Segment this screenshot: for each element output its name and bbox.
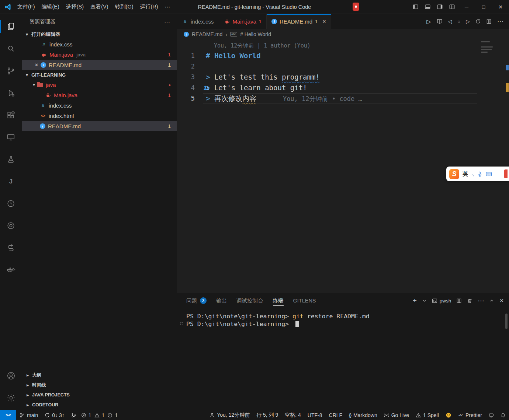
activity-extensions-icon[interactable] <box>0 104 22 126</box>
status-cursor-position[interactable]: 行 5, 列 9 <box>253 410 281 420</box>
split-terminal-icon[interactable] <box>456 298 462 304</box>
terminal-instance-pwsh[interactable]: pwsh <box>432 298 451 304</box>
code-content[interactable]: > Let's learn about git! <box>203 83 509 93</box>
open-editor-item[interactable]: #index.css <box>22 39 177 49</box>
panel-tab-GITLENS[interactable]: GITLENS <box>293 293 316 308</box>
ime-punctuation-icon[interactable]: ·, <box>471 171 474 177</box>
tab-Main.java[interactable]: Main.java1 <box>219 14 267 29</box>
sidebar-section-3[interactable]: ▸CODETOUR <box>22 400 177 410</box>
split-editor-icon[interactable] <box>486 19 492 24</box>
activity-gitlens-icon[interactable] <box>0 192 22 214</box>
maximize-button[interactable]: □ <box>475 0 492 14</box>
tree-file-index.html[interactable]: <>index.html <box>22 111 177 121</box>
activity-live-server-icon[interactable] <box>0 214 22 237</box>
menu-item-0[interactable]: 文件(F) <box>14 2 38 12</box>
activity-jupyter-icon[interactable]: J <box>0 170 22 192</box>
code-content[interactable]: # Hello World <box>203 50 509 61</box>
new-terminal-icon[interactable]: + <box>413 297 417 305</box>
status-spell[interactable]: 1 Spell <box>412 410 442 420</box>
activity-remote-explorer-icon[interactable] <box>0 126 22 148</box>
code-content[interactable] <box>203 61 509 72</box>
maximize-panel-icon[interactable] <box>489 298 494 303</box>
terminal[interactable]: PS D:\git\note\git-learning> git restore… <box>177 308 509 410</box>
close-icon[interactable]: ✕ <box>32 62 41 68</box>
status-git-graph[interactable] <box>68 410 80 420</box>
status-gold-badge[interactable] <box>442 410 455 420</box>
open-changes-icon[interactable]: ○ <box>457 19 460 24</box>
menu-overflow-icon[interactable]: ⋯ <box>162 3 174 11</box>
panel-tab-输出[interactable]: 输出 <box>216 293 227 308</box>
status-language-mode[interactable]: {}Markdown <box>346 410 381 420</box>
code-content[interactable]: > Let's test this programm! <box>203 72 509 83</box>
status-screen-cast[interactable] <box>485 410 497 420</box>
tree-folder-java[interactable]: ▾java● <box>22 80 177 90</box>
terminal-scrollbar[interactable] <box>505 314 508 329</box>
status-eol[interactable]: CRLF <box>326 410 346 420</box>
terminal-line[interactable]: PS D:\git\note\git-learning> <box>186 320 509 328</box>
command-decoration-icon[interactable] <box>180 322 183 325</box>
tab-README.md[interactable]: iREADME.md1✕ <box>267 14 331 29</box>
sidebar-section-2[interactable]: ▸JAVA PROJECTS <box>22 390 177 400</box>
tree-file-README.md[interactable]: iREADME.md1 <box>22 121 177 131</box>
status-blame[interactable]: You, 12分钟前 <box>206 410 253 420</box>
run-icon[interactable]: ▷ <box>426 18 431 25</box>
status-warnings[interactable]: 1 <box>93 410 106 420</box>
prev-change-icon[interactable]: ◁ <box>448 18 452 24</box>
activity-search-icon[interactable] <box>0 38 22 60</box>
ime-language-toggle[interactable]: 英 <box>463 171 468 178</box>
status-go-live[interactable]: Go Live <box>381 410 412 420</box>
panel-tab-终端[interactable]: 终端 <box>273 293 284 308</box>
menu-item-4[interactable]: 转到(G) <box>112 2 137 12</box>
microphone-icon[interactable] <box>477 171 482 177</box>
menu-item-2[interactable]: 选择(S) <box>63 2 87 12</box>
panel-more-actions-icon[interactable]: ⋯ <box>478 297 484 305</box>
more-actions-icon[interactable]: ⋯ <box>497 18 503 25</box>
ime-toolbox-icon[interactable] <box>504 169 508 178</box>
status-branch[interactable]: main <box>16 410 41 420</box>
menu-item-5[interactable]: 运行(R) <box>136 2 161 12</box>
activity-settings-icon[interactable] <box>0 387 22 409</box>
keyboard-icon[interactable] <box>486 171 492 177</box>
menu-item-1[interactable]: 编辑(E) <box>38 2 63 12</box>
code-content[interactable]: > 再次修改内容You, 12分钟前 • code … <box>203 93 477 104</box>
sync-status-icon[interactable] <box>475 19 481 24</box>
sidebar-more-actions-icon[interactable]: ⋯ <box>164 18 170 25</box>
terminal-profile-dropdown-icon[interactable] <box>422 298 427 303</box>
sidebar-section-1[interactable]: ▸时间线 <box>22 380 177 390</box>
panel-tab-调试控制台[interactable]: 调试控制台 <box>236 293 263 308</box>
status-notifications[interactable] <box>497 410 509 420</box>
breadcrumb-symbol[interactable]: # Hello World <box>240 31 271 37</box>
open-editors-header[interactable]: ▾ 打开的编辑器 <box>22 29 177 39</box>
activity-source-control-icon[interactable] <box>0 60 22 82</box>
minimize-button[interactable]: ─ <box>458 0 475 14</box>
customize-layout-icon[interactable] <box>446 0 458 14</box>
toggle-panel-icon[interactable] <box>422 0 434 14</box>
status-errors[interactable]: 1 <box>80 410 93 420</box>
open-editor-item[interactable]: ✕iREADME.md1 <box>22 60 177 70</box>
panel-tab-问题[interactable]: 问题3 <box>186 293 207 308</box>
kill-terminal-icon[interactable] <box>467 298 472 304</box>
breadcrumb-file[interactable]: README.md <box>192 31 222 37</box>
remote-indicator[interactable]: >< <box>0 410 16 420</box>
workspace-root-header[interactable]: ▾ GIT-LEARNING <box>22 70 177 80</box>
status-infos[interactable]: 1 <box>106 410 119 420</box>
activity-codetour-icon[interactable] <box>0 237 22 259</box>
tree-file-index.css[interactable]: #index.css <box>22 100 177 111</box>
next-change-icon[interactable]: ▷ <box>466 18 470 24</box>
toggle-sidebar-icon[interactable] <box>409 0 422 14</box>
close-button[interactable]: ✕ <box>492 0 509 14</box>
close-icon[interactable]: ✕ <box>322 19 326 24</box>
activity-docker-icon[interactable] <box>0 259 22 281</box>
activity-explorer-icon[interactable] <box>0 15 22 38</box>
open-editor-item[interactable]: Main.javajava1 <box>22 49 177 60</box>
menu-item-3[interactable]: 查看(V) <box>87 2 111 12</box>
status-prettier[interactable]: ✓✓Prettier <box>455 410 485 420</box>
activity-testing-icon[interactable] <box>0 148 22 170</box>
sogou-logo-icon[interactable]: S <box>449 169 459 179</box>
activity-account-icon[interactable] <box>0 365 22 387</box>
activity-run-debug-icon[interactable] <box>0 82 22 104</box>
toggle-secondary-sidebar-icon[interactable] <box>434 0 446 14</box>
tab-index.css[interactable]: #index.css <box>177 14 219 29</box>
status-encoding[interactable]: UTF-8 <box>304 410 326 420</box>
status-sync[interactable]: 0↓ 3↑ <box>41 410 67 420</box>
